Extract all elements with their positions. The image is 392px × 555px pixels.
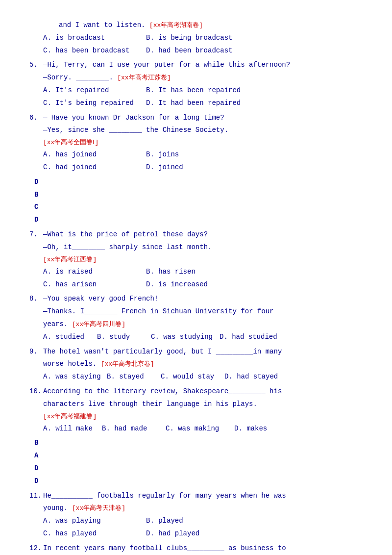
q9-options1: A. was staying B. stayed C. would stay D…: [43, 371, 363, 383]
q8-line3: years. [xx年高考四川卷]: [43, 319, 363, 330]
q8-opt-a: A. studied: [43, 331, 92, 343]
q6-options2: C. had joined D. joined: [43, 162, 363, 174]
q11-opt-b: B. played: [146, 515, 244, 527]
q7-text1: —What is the price of petrol these days?: [43, 229, 363, 241]
q9-opt-c: C. would stay: [161, 371, 220, 383]
q11-line1: 11. He__________ footballs regularly for…: [29, 490, 363, 502]
q6-line1: 6. — Have you known Dr Jackson for a lon…: [29, 112, 363, 124]
question-7-block: 7. —What is the price of petrol these da…: [29, 229, 363, 290]
q9-source: [xx年高考北京卷]: [101, 360, 154, 368]
ans2-b: B: [34, 437, 363, 449]
intro-options: A. is broadcast B. is being broadcast: [43, 32, 363, 44]
q9-line1: 9. The hotel wasn't particularly good, b…: [29, 346, 363, 358]
q8-opt-d: D. had studied: [220, 331, 278, 343]
q8-line1: 8. —You speak very good French!: [29, 293, 363, 305]
q8-line2: —Thanks. I________ French in Sichuan Uni…: [43, 306, 363, 318]
q6-num: 6.: [29, 112, 43, 124]
q7-opt-a: A. is raised: [43, 266, 141, 278]
q7-source: [xx年高考江西卷]: [43, 254, 97, 265]
intro-block: and I want to listen. [xx年高考湖南卷] A. is b…: [29, 20, 363, 56]
q6-options1: A. has joined B. joins: [43, 149, 363, 161]
ans1-d: D: [34, 177, 363, 188]
q9-opt-a: A. was staying: [43, 371, 102, 383]
option-a: A. is broadcast: [43, 32, 141, 44]
q6-opt-c: C. had joined: [43, 162, 141, 174]
q6-line2: —Yes, since she ________ the Chinese Soc…: [43, 125, 363, 136]
q11-opt-a: A. was playing: [43, 515, 141, 527]
q10-text1: According to the literary review, Shakes…: [43, 386, 363, 398]
q5-text1: —Hi, Terry, can I use your puter for a w…: [43, 59, 363, 71]
q10-source: [xx年高考福建卷]: [43, 411, 97, 422]
q5-line2: —Sorry. ________. [xx年高考江苏卷]: [43, 72, 363, 84]
q8-text2: —Thanks. I________ French in Sichuan Uni…: [43, 306, 273, 318]
q5-line1: 5. —Hi, Terry, can I use your puter for …: [29, 59, 363, 71]
q10-line2: characters live through their language i…: [43, 399, 363, 410]
q11-opt-d: D. had played: [146, 528, 244, 540]
q10-opt-b: B. had made: [102, 423, 161, 435]
q7-text2: —Oh, it________ sharply since last month…: [43, 242, 212, 253]
q8-opt-b: B. study: [97, 331, 146, 343]
q7-options2: C. has arisen D. is increased: [43, 279, 363, 291]
q9-line2: worse hotels. [xx年高考北京卷]: [43, 358, 363, 370]
ans2-d2: D: [34, 476, 363, 487]
q10-opt-a: A. will make: [43, 423, 97, 435]
q5-opt-d: D. It had been repaired: [146, 98, 244, 109]
q8-text3: years. [xx年高考四川卷]: [43, 319, 125, 330]
q6-source: [xx年高考全国卷Ⅰ]: [43, 137, 98, 148]
q9-opt-b: B. stayed: [107, 371, 156, 383]
q5-options2: C. It's being repaired D. It had been re…: [43, 98, 363, 109]
intro-text: and I want to listen. [xx年高考湖南卷]: [59, 20, 203, 31]
q11-options1: A. was playing B. played: [43, 515, 363, 527]
q10-opt-d: D. makes: [234, 423, 278, 435]
question-6-block: 6. — Have you known Dr Jackson for a lon…: [29, 112, 363, 174]
q5-opt-b: B. It has been repaired: [146, 85, 244, 97]
q11-source: [xx年高考天津卷]: [72, 505, 125, 512]
q6-source-line: [xx年高考全国卷Ⅰ]: [43, 137, 363, 148]
ans2-d: D: [34, 463, 363, 475]
q10-num: 10.: [29, 386, 43, 398]
q7-line1: 7. —What is the price of petrol these da…: [29, 229, 363, 241]
q9-num: 9.: [29, 346, 43, 358]
q7-opt-b: B. has risen: [146, 266, 244, 278]
q6-text2: —Yes, since she ________ the Chinese Soc…: [43, 125, 228, 136]
answers-block-2: B A D D: [29, 437, 363, 487]
q7-opt-d: D. is increased: [146, 279, 244, 291]
q11-options2: C. has played D. had played: [43, 528, 363, 540]
ans1-b: B: [34, 189, 363, 201]
option-b: B. is being broadcast: [146, 32, 244, 44]
answers-block-1: D B C D: [29, 177, 363, 226]
q8-source: [xx年高考四川卷]: [72, 321, 125, 328]
q11-num: 11.: [29, 490, 43, 502]
q5-opt-a: A. It's repaired: [43, 85, 141, 97]
ans2-a: A: [34, 450, 363, 462]
question-12-block: 12. In recent years many football clubs_…: [29, 543, 363, 555]
question-9-block: 9. The hotel wasn't particularly good, b…: [29, 346, 363, 383]
q9-text2: worse hotels. [xx年高考北京卷]: [43, 358, 154, 370]
q5-num: 5.: [29, 59, 43, 71]
option-c: C. has been broadcast: [43, 45, 141, 57]
q5-opt-c: C. It's being repaired: [43, 98, 141, 109]
q9-text1: The hotel wasn't particularly good, but …: [43, 346, 363, 358]
q12-text1: In recent years many football clubs_____…: [43, 543, 363, 555]
q7-source-line: [xx年高考江西卷]: [43, 254, 363, 265]
q10-opt-c: C. was making: [166, 423, 229, 435]
question-11-block: 11. He__________ footballs regularly for…: [29, 490, 363, 540]
q12-num: 12.: [29, 543, 43, 555]
main-content: and I want to listen. [xx年高考湖南卷] A. is b…: [29, 20, 363, 555]
question-10-block: 10. According to the literary review, Sh…: [29, 386, 363, 434]
question-5-block: 5. —Hi, Terry, can I use your puter for …: [29, 59, 363, 109]
ans1-c: C: [34, 202, 363, 213]
q8-opt-c: C. was studying: [151, 331, 215, 343]
q7-opt-c: C. has arisen: [43, 279, 141, 291]
q11-text1: He__________ footballs regularly for man…: [43, 490, 363, 502]
q10-line1: 10. According to the literary review, Sh…: [29, 386, 363, 398]
intro-options-2: C. has been broadcast D. had been broadc…: [43, 45, 363, 57]
q10-text2: characters live through their language i…: [43, 399, 257, 410]
q9-opt-d: D. had stayed: [224, 371, 283, 383]
q6-opt-a: A. has joined: [43, 149, 141, 161]
q6-text1: — Have you known Dr Jackson for a long t…: [43, 112, 363, 124]
q5-source: [xx年高考江苏卷]: [117, 74, 171, 81]
q11-text2: young. [xx年高考天津卷]: [43, 503, 125, 514]
q12-line1: 12. In recent years many football clubs_…: [29, 543, 363, 555]
q8-options1: A. studied B. study C. was studying D. h…: [43, 331, 363, 343]
